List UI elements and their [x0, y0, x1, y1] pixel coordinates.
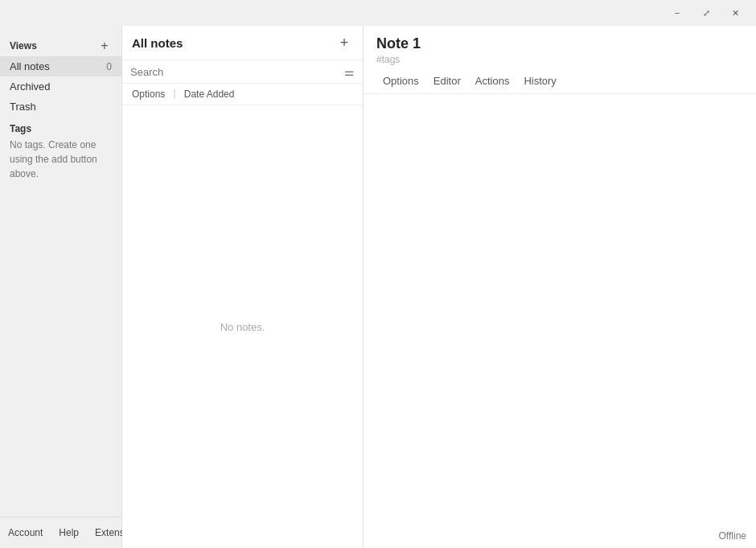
editor-history-button[interactable]: History — [517, 72, 562, 90]
toolbar-separator: | — [173, 87, 175, 101]
no-notes-text: No notes. — [220, 321, 265, 333]
maximize-button[interactable]: ⤢ — [692, 0, 721, 26]
window-controls: − ⤢ ✕ — [663, 0, 750, 26]
sidebar-item-label: Trash — [10, 101, 36, 113]
editor-options-button[interactable]: Options — [376, 72, 425, 90]
sidebar-item-all-notes[interactable]: All notes 0 — [0, 56, 121, 76]
options-button[interactable]: Options — [130, 87, 166, 101]
filter-icon[interactable]: ⚌ — [344, 65, 355, 78]
views-label: Views — [10, 40, 37, 52]
sidebar-footer: Account Help Extensions — [0, 517, 121, 548]
views-section-header: Views + — [0, 32, 121, 56]
editor-header: Note 1 #tags — [364, 26, 756, 68]
editor-panel: Note 1 #tags Options Editor Actions Hist… — [364, 26, 756, 548]
title-bar: − ⤢ ✕ — [0, 0, 756, 26]
account-button[interactable]: Account — [0, 524, 51, 542]
notes-panel: All notes + ⚌ Options | Date Added No no… — [122, 26, 364, 548]
all-notes-count: 0 — [106, 61, 112, 72]
search-bar: ⚌ — [122, 60, 363, 84]
notes-list: No notes. — [122, 105, 363, 548]
tags-label: Tags — [10, 123, 112, 134]
notes-toolbar: Options | Date Added — [122, 84, 363, 105]
notes-header: All notes + — [122, 26, 363, 60]
offline-status: Offline — [719, 530, 746, 542]
minimize-button[interactable]: − — [663, 0, 692, 26]
sidebar-item-label: Archived — [10, 80, 51, 93]
help-button[interactable]: Help — [51, 524, 87, 542]
search-input[interactable] — [130, 66, 339, 78]
sidebar-item-label: All notes — [10, 60, 50, 72]
sidebar-item-trash[interactable]: Trash — [0, 97, 121, 117]
date-added-button[interactable]: Date Added — [183, 87, 236, 101]
status-bar: Offline — [719, 529, 746, 542]
add-note-button[interactable]: + — [335, 34, 353, 52]
close-button[interactable]: ✕ — [721, 0, 750, 26]
sidebar-content: Views + All notes 0 Archived Trash Tags … — [0, 26, 121, 517]
main-container: Views + All notes 0 Archived Trash Tags … — [0, 26, 756, 548]
editor-editor-button[interactable]: Editor — [427, 72, 467, 90]
note-title: Note 1 — [376, 35, 743, 52]
note-tags: #tags — [376, 54, 743, 65]
notes-panel-title: All notes — [132, 36, 183, 50]
tags-empty-message: No tags. Create one using the add button… — [10, 138, 112, 181]
editor-toolbar: Options Editor Actions History — [364, 68, 756, 94]
editor-body[interactable] — [364, 94, 756, 548]
tags-section: Tags No tags. Create one using the add b… — [0, 117, 121, 184]
sidebar: Views + All notes 0 Archived Trash Tags … — [0, 26, 122, 548]
sidebar-item-archived[interactable]: Archived — [0, 76, 121, 97]
add-view-button[interactable]: + — [97, 39, 112, 53]
editor-actions-button[interactable]: Actions — [469, 72, 516, 90]
